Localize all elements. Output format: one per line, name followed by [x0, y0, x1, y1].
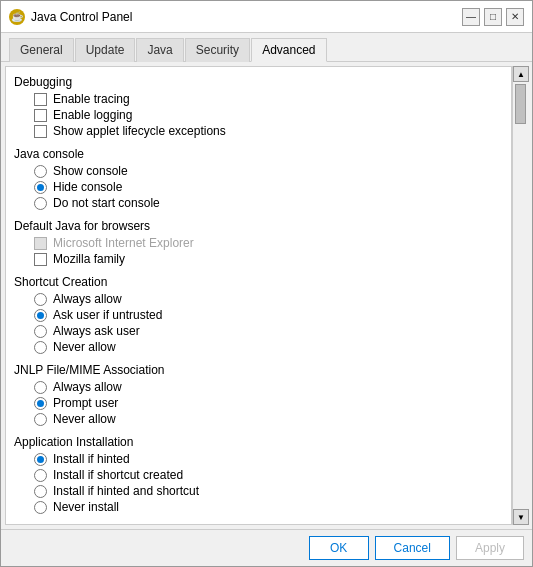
jnlp-prompt-user-radio[interactable] — [34, 397, 47, 410]
shortcut-ask-untrusted-label[interactable]: Ask user if untrusted — [53, 308, 162, 322]
tab-update[interactable]: Update — [75, 38, 136, 62]
list-item: Install if shortcut created — [14, 467, 503, 483]
list-item: Enable logging — [14, 107, 503, 123]
scroll-thumb[interactable] — [515, 84, 526, 124]
maximize-button[interactable]: □ — [484, 8, 502, 26]
shortcut-never-allow-radio[interactable] — [34, 341, 47, 354]
shortcut-ask-untrusted-radio[interactable] — [34, 309, 47, 322]
title-bar-left: ☕ Java Control Panel — [9, 9, 132, 25]
title-controls: — □ ✕ — [462, 8, 524, 26]
apply-button[interactable]: Apply — [456, 536, 524, 560]
enable-tracing-checkbox[interactable] — [34, 93, 47, 106]
scroll-up-button[interactable]: ▲ — [513, 66, 529, 82]
section-app-install: Application Installation — [14, 435, 503, 449]
install-if-shortcut-radio[interactable] — [34, 469, 47, 482]
do-not-start-console-label[interactable]: Do not start console — [53, 196, 160, 210]
ok-button[interactable]: OK — [309, 536, 369, 560]
list-item: Never allow — [14, 411, 503, 427]
tab-general[interactable]: General — [9, 38, 74, 62]
list-item: Show applet lifecycle exceptions — [14, 123, 503, 139]
close-button[interactable]: ✕ — [506, 8, 524, 26]
show-applet-exceptions-checkbox[interactable] — [34, 125, 47, 138]
hide-console-radio[interactable] — [34, 181, 47, 194]
enable-tracing-label[interactable]: Enable tracing — [53, 92, 130, 106]
list-item: Hide console — [14, 179, 503, 195]
tab-advanced[interactable]: Advanced — [251, 38, 326, 62]
install-if-hinted-and-shortcut-label[interactable]: Install if hinted and shortcut — [53, 484, 199, 498]
section-default-java: Default Java for browsers — [14, 219, 503, 233]
java-icon: ☕ — [9, 9, 25, 25]
list-item: Never allow — [14, 339, 503, 355]
jnlp-always-allow-label[interactable]: Always allow — [53, 380, 122, 394]
content-area: Debugging Enable tracing Enable logging … — [1, 62, 532, 529]
show-console-radio[interactable] — [34, 165, 47, 178]
shortcut-always-ask-label[interactable]: Always ask user — [53, 324, 140, 338]
list-item: Prompt user — [14, 395, 503, 411]
section-shortcut: Shortcut Creation — [14, 275, 503, 289]
list-item: Show console — [14, 163, 503, 179]
java-control-panel-window: ☕ Java Control Panel — □ ✕ General Updat… — [0, 0, 533, 567]
list-item: Install if hinted — [14, 451, 503, 467]
list-item: Always ask user — [14, 323, 503, 339]
jnlp-never-allow-radio[interactable] — [34, 413, 47, 426]
window-title: Java Control Panel — [31, 10, 132, 24]
mozilla-checkbox[interactable] — [34, 253, 47, 266]
list-item: Never install — [14, 499, 503, 515]
title-bar: ☕ Java Control Panel — □ ✕ — [1, 1, 532, 33]
enable-logging-checkbox[interactable] — [34, 109, 47, 122]
footer: OK Cancel Apply — [1, 529, 532, 566]
minimize-button[interactable]: — — [462, 8, 480, 26]
ie-checkbox[interactable] — [34, 237, 47, 250]
never-install-label[interactable]: Never install — [53, 500, 119, 514]
mozilla-label[interactable]: Mozilla family — [53, 252, 125, 266]
show-applet-exceptions-label[interactable]: Show applet lifecycle exceptions — [53, 124, 226, 138]
list-item: Ask user if untrusted — [14, 307, 503, 323]
jnlp-always-allow-radio[interactable] — [34, 381, 47, 394]
jnlp-never-allow-label[interactable]: Never allow — [53, 412, 116, 426]
install-if-hinted-label[interactable]: Install if hinted — [53, 452, 130, 466]
scrollbar[interactable]: ▲ ▼ — [512, 66, 528, 525]
shortcut-always-allow-radio[interactable] — [34, 293, 47, 306]
scroll-down-button[interactable]: ▼ — [513, 509, 529, 525]
install-if-shortcut-label[interactable]: Install if shortcut created — [53, 468, 183, 482]
list-item: Install if hinted and shortcut — [14, 483, 503, 499]
show-console-label[interactable]: Show console — [53, 164, 128, 178]
shortcut-always-allow-label[interactable]: Always allow — [53, 292, 122, 306]
ie-label[interactable]: Microsoft Internet Explorer — [53, 236, 194, 250]
section-jnlp: JNLP File/MIME Association — [14, 363, 503, 377]
enable-logging-label[interactable]: Enable logging — [53, 108, 132, 122]
list-item: Microsoft Internet Explorer — [14, 235, 503, 251]
tab-security[interactable]: Security — [185, 38, 250, 62]
install-if-hinted-radio[interactable] — [34, 453, 47, 466]
scroll-panel: Debugging Enable tracing Enable logging … — [5, 66, 512, 525]
section-debugging: Debugging — [14, 75, 503, 89]
cancel-button[interactable]: Cancel — [375, 536, 450, 560]
section-java-console: Java console — [14, 147, 503, 161]
shortcut-never-allow-label[interactable]: Never allow — [53, 340, 116, 354]
list-item: Always allow — [14, 379, 503, 395]
section-exec-env: Execution Environment Security Settings — [14, 523, 503, 525]
list-item: Always allow — [14, 291, 503, 307]
list-item: Enable tracing — [14, 91, 503, 107]
tab-bar: General Update Java Security Advanced — [1, 33, 532, 62]
list-item: Mozilla family — [14, 251, 503, 267]
list-item: Do not start console — [14, 195, 503, 211]
shortcut-always-ask-radio[interactable] — [34, 325, 47, 338]
do-not-start-console-radio[interactable] — [34, 197, 47, 210]
never-install-radio[interactable] — [34, 501, 47, 514]
hide-console-label[interactable]: Hide console — [53, 180, 122, 194]
tab-java[interactable]: Java — [136, 38, 183, 62]
install-if-hinted-and-shortcut-radio[interactable] — [34, 485, 47, 498]
jnlp-prompt-user-label[interactable]: Prompt user — [53, 396, 118, 410]
